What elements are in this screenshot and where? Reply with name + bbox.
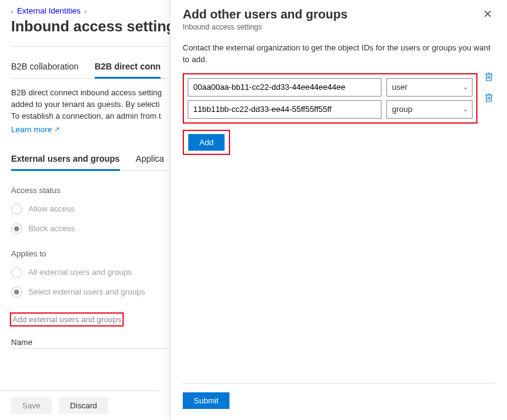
object-row: group ⌄ <box>188 100 473 119</box>
panel-title: Add other users and groups <box>183 7 348 22</box>
panel-subtitle: Inbound access settings <box>183 23 348 31</box>
chevron-down-icon: ⌄ <box>463 105 468 113</box>
learn-more-link[interactable]: Learn more ↗ <box>11 125 60 134</box>
footer-bar: Save Discard <box>0 390 160 420</box>
object-id-input[interactable] <box>188 78 381 97</box>
add-button[interactable]: Add <box>188 134 225 151</box>
chevron-down-icon: ⌄ <box>463 83 468 91</box>
breadcrumb-link[interactable]: External Identities <box>17 6 81 15</box>
add-external-users-link[interactable]: Add external users and groups <box>12 315 121 324</box>
discard-button[interactable]: Discard <box>59 397 108 414</box>
chevron-left-icon: ‹ <box>11 7 14 15</box>
tab-b2b-direct-connect[interactable]: B2B direct conn <box>95 55 161 79</box>
tab-b2b-collaboration[interactable]: B2B collaboration <box>11 55 79 78</box>
save-button[interactable]: Save <box>11 397 52 414</box>
close-icon[interactable]: ✕ <box>481 7 495 21</box>
external-link-icon: ↗ <box>54 125 60 133</box>
panel-description: Contact the external organization to get… <box>183 42 495 66</box>
chevron-right-icon: › <box>84 7 87 15</box>
trash-icon[interactable] <box>482 71 495 83</box>
tab-external-users-groups[interactable]: External users and groups <box>11 148 120 171</box>
tab-applications[interactable]: Applica <box>136 148 164 170</box>
trash-icon[interactable] <box>482 92 495 104</box>
object-row: user ⌄ <box>188 78 473 97</box>
object-id-input[interactable] <box>188 100 381 119</box>
add-users-groups-panel: Add other users and groups Inbound acces… <box>170 0 507 420</box>
object-type-select[interactable]: group ⌄ <box>386 100 473 119</box>
submit-button[interactable]: Submit <box>183 392 230 409</box>
object-type-select[interactable]: user ⌄ <box>386 78 473 97</box>
